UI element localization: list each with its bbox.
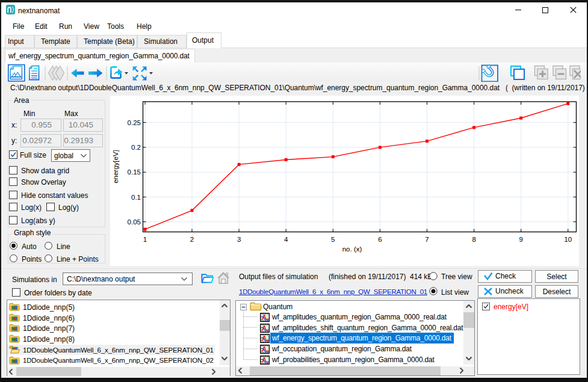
svg-text:10: 10 [564, 236, 572, 243]
svg-text:6: 6 [378, 236, 382, 243]
svg-text:7: 7 [425, 236, 429, 243]
svg-text:0.15: 0.15 [128, 168, 141, 176]
svg-text:no. (x): no. (x) [342, 245, 362, 253]
svg-text:5: 5 [331, 236, 335, 243]
svg-text:8: 8 [472, 236, 475, 243]
svg-text:0.1: 0.1 [131, 194, 141, 201]
svg-text:0.2: 0.2 [131, 144, 141, 151]
svg-text:3: 3 [237, 236, 241, 243]
svg-text:1: 1 [143, 236, 147, 243]
svg-text:2: 2 [190, 236, 194, 243]
svg-text:0.25: 0.25 [128, 119, 141, 126]
svg-text:4: 4 [284, 236, 288, 243]
svg-text:energy[eV]: energy[eV] [112, 150, 119, 183]
svg-text:9: 9 [519, 236, 522, 243]
svg-text:0.05: 0.05 [128, 218, 141, 226]
